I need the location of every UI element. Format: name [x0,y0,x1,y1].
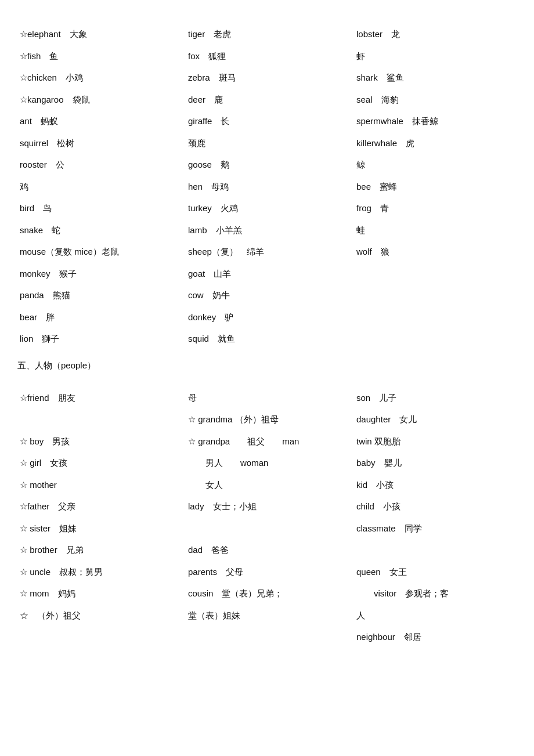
chinese-text: 狐狸 [200,51,226,61]
chinese-text: 女儿 [391,414,417,424]
english-text: 堂（表）姐妹 [188,610,240,620]
chinese-text: 猴子 [50,269,77,278]
vocabulary-cell [186,518,354,540]
english-text: mouse（复数 mice）老鼠 [20,247,119,256]
english-text: frog [356,203,371,213]
chinese-text: 同学 [396,523,422,533]
chinese-text: 火鸡 [212,203,238,213]
chinese-text: 母鸡 [203,182,229,191]
english-text: ☆ boy [20,436,44,446]
chinese-text: 朋友 [49,393,75,403]
chinese-text: 狼 [372,247,389,256]
english-text: 人 [356,610,365,620]
english-text: ☆chicken [20,73,57,82]
chinese-text: （外）祖父 [28,610,81,620]
vocabulary-cell [186,626,354,648]
vocabulary-cell: lamb 小羊羔 [186,219,354,241]
english-text: turkey [188,203,212,213]
vocabulary-cell: son 儿子 [354,387,522,409]
vocabulary-cell: ☆kangaroo 袋鼠 [17,89,186,111]
english-text: bird [20,203,34,213]
chinese-text: 女士；小姐 [204,501,257,511]
main-content: ☆elephant 大象tiger 老虎lobster 龙☆fish 鱼fox … [17,23,517,648]
vocabulary-cell: queen 女王 [354,561,522,583]
vocabulary-cell [354,539,522,561]
vocabulary-cell: ☆friend 朋友 [17,387,186,409]
english-text: monkey [20,269,50,278]
vocabulary-cell: monkey 猴子 [17,263,186,285]
vocabulary-cell: ☆ boy 男孩 [17,431,186,453]
english-text: child [356,501,374,511]
english-text: 蛙 [356,225,365,235]
vocabulary-cell [17,408,186,431]
vocabulary-cell: lady 女士；小姐 [186,495,354,518]
vocabulary-cell: ☆ （外）祖父 [17,605,186,627]
vocabulary-cell: giraffe 长 [186,110,354,132]
chinese-text: 斑马 [210,73,236,82]
chinese-text: 熊猫 [44,290,70,300]
english-text: ☆ [20,610,28,620]
vocabulary-cell: lion 獅子 [17,328,186,350]
english-text: ☆ sister [20,523,50,533]
vocabulary-cell [354,284,522,306]
vocabulary-cell: turkey 火鸡 [186,197,354,219]
vocabulary-cell: visitor 参观者；客 [354,583,522,605]
chinese-text: 小鸡 [57,73,83,82]
people-grid: ☆friend 朋友母son 儿子☆ grandma （外）祖母daughter… [17,387,517,648]
chinese-text: 龙 [383,29,400,39]
chinese-text: 就鱼 [209,334,235,343]
english-text: seal [356,95,373,104]
english-text: son [356,393,370,403]
english-text: daughter [356,414,391,424]
vocabulary-cell: 鲸 [354,154,522,176]
chinese-text: 驴 [216,312,233,322]
chinese-text: 胖 [37,312,55,322]
chinese-text: 海豹 [373,95,399,104]
chinese-text: 绵羊 [238,247,264,256]
vocabulary-cell: goat 山羊 [186,263,354,285]
chinese-text: 鹅 [212,160,229,169]
vocabulary-cell: mouse（复数 mice）老鼠 [17,241,186,263]
vocabulary-cell: ☆ girl 女孩 [17,452,186,474]
english-text: donkey [188,312,216,322]
chinese-text: 鲨鱼 [378,73,404,82]
chinese-text: 松树 [48,138,74,148]
english-text: lamb [188,225,207,235]
vocabulary-cell [17,626,186,648]
vocabulary-cell: 堂（表）姐妹 [186,605,354,627]
english-text: goat [188,269,205,278]
chinese-text: 长 [212,116,229,126]
vocabulary-cell: 男人 woman [186,452,354,474]
chinese-text: 姐妹 [50,523,77,533]
vocabulary-cell: ☆ brother 兄弟 [17,539,186,561]
vocabulary-cell: 人 [354,605,522,627]
english-text: kid [356,480,367,490]
chinese-text: 虎 [397,138,414,148]
vocabulary-cell: dad 爸爸 [186,539,354,561]
animals-grid: ☆elephant 大象tiger 老虎lobster 龙☆fish 鱼fox … [17,23,517,350]
chinese-text: 青 [371,203,389,213]
vocabulary-cell: deer 鹿 [186,89,354,111]
english-text: snake [20,225,43,235]
english-text: dad [188,545,203,555]
english-text: ☆ mother [20,480,57,490]
chinese-text: 鹿 [205,95,223,104]
vocabulary-cell: hen 母鸡 [186,176,354,198]
english-text: deer [188,95,205,104]
english-text: ☆ uncle [20,567,50,577]
vocabulary-cell: 虾 [354,45,522,67]
vocabulary-cell: ☆elephant 大象 [17,23,186,45]
chinese-text: 爸爸 [203,545,229,555]
chinese-text: 老虎 [205,29,231,39]
vocabulary-cell: 女人 [186,474,354,496]
english-text: neighbour [356,632,395,642]
chinese-text: 獅子 [33,334,59,343]
section-title: 五、人物（people） [17,360,517,371]
vocabulary-cell: parents 父母 [186,561,354,583]
english-text: twin 双胞胎 [356,436,400,446]
vocabulary-cell: 鸡 [17,176,186,198]
chinese-text: 女孩 [41,458,67,468]
english-text: visitor [356,588,396,598]
vocabulary-cell: fox 狐狸 [186,45,354,67]
chinese-text: 婴儿 [376,458,402,468]
